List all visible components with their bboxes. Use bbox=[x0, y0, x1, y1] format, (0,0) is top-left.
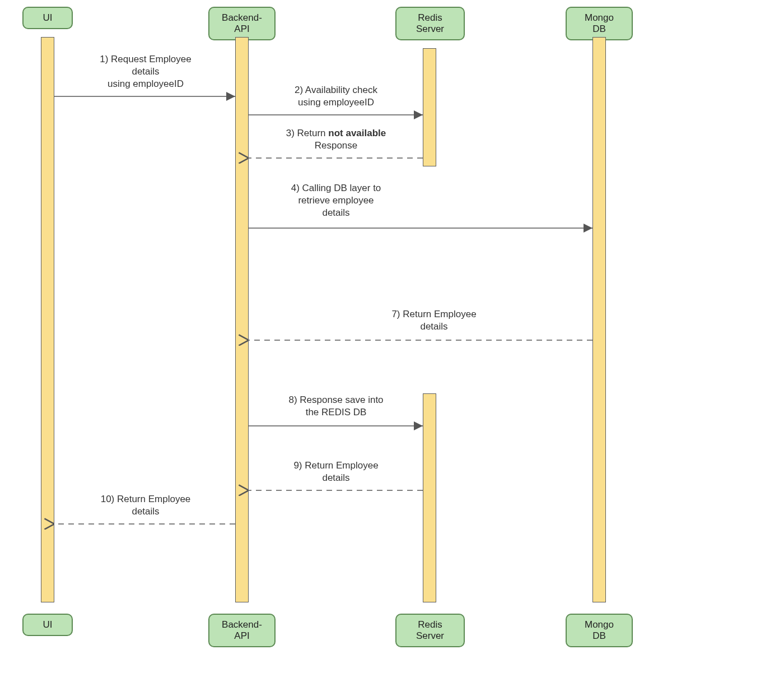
message-4: 4) Calling DB layer to retrieve employee… bbox=[266, 182, 406, 219]
participant-redis-top: Redis Server bbox=[395, 7, 465, 40]
message-9: 9) Return Employee details bbox=[274, 460, 398, 484]
participant-ui-top: UI bbox=[22, 7, 73, 29]
message-8: 8) Response save into the REDIS DB bbox=[263, 394, 409, 419]
participant-label: Backend-API bbox=[222, 619, 262, 641]
participant-label: UI bbox=[43, 619, 53, 630]
message-1: 1) Request Employee details using employ… bbox=[78, 53, 213, 90]
participant-label: Mongo DB bbox=[585, 12, 614, 34]
activation-ui bbox=[41, 37, 54, 602]
participant-label: Redis Server bbox=[416, 12, 444, 34]
activation-redis-1 bbox=[423, 48, 436, 166]
message-7: 7) Return Employee details bbox=[370, 308, 498, 333]
participant-backend-top: Backend-API bbox=[208, 7, 276, 40]
participant-label: Mongo DB bbox=[585, 619, 614, 641]
message-10: 10) Return Employee details bbox=[78, 493, 213, 518]
activation-redis-2 bbox=[423, 393, 436, 602]
participant-label: Redis Server bbox=[416, 619, 444, 641]
message-2: 2) Availability check using employeeID bbox=[269, 84, 403, 109]
activation-mongo bbox=[592, 37, 606, 602]
activation-backend bbox=[235, 37, 249, 602]
participant-label: Backend-API bbox=[222, 12, 262, 34]
participant-mongo-top: Mongo DB bbox=[566, 7, 633, 40]
participant-label: UI bbox=[43, 12, 53, 23]
participant-mongo-bottom: Mongo DB bbox=[566, 614, 633, 647]
participant-ui-bottom: UI bbox=[22, 614, 73, 636]
sequence-diagram: UI Backend-API Redis Server Mongo DB bbox=[0, 0, 784, 682]
message-3: 3) Return not available Response bbox=[263, 127, 409, 152]
participant-backend-bottom: Backend-API bbox=[208, 614, 276, 647]
participant-redis-bottom: Redis Server bbox=[395, 614, 465, 647]
